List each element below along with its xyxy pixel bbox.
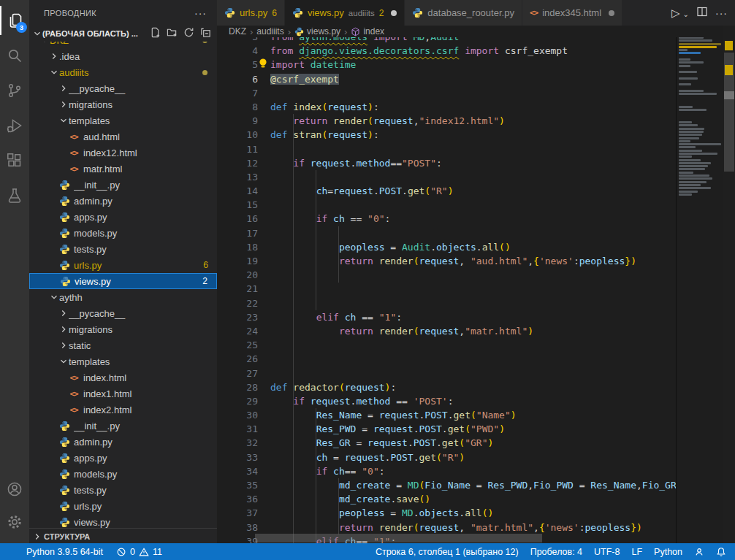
tree-item-index1.html[interactable]: <>index1.html	[29, 386, 217, 402]
line-number[interactable]: 37	[217, 506, 258, 520]
line-number[interactable]: 32	[217, 436, 258, 450]
line-number[interactable]: 38	[217, 521, 258, 534]
code-line-13[interactable]: 13	[217, 170, 676, 184]
code-line-36[interactable]: 36 md_create.save()	[217, 492, 676, 506]
line-number[interactable]: 12	[217, 156, 258, 170]
tree-item-__pycache__[interactable]: __pycache__	[29, 305, 217, 321]
breadcrumb-audiiits[interactable]: audiiits	[256, 26, 283, 37]
line-number[interactable]: 30	[217, 408, 258, 422]
code-line-38[interactable]: 38 return render(request, "matr.html",{'…	[217, 521, 676, 534]
line-number[interactable]: 34	[217, 464, 258, 478]
refresh-icon[interactable]	[183, 27, 194, 41]
line-number[interactable]: 27	[217, 367, 258, 380]
tree-item-tests.py[interactable]: tests.py	[29, 482, 217, 498]
line-number[interactable]: 17	[217, 226, 258, 240]
modified-dot[interactable]	[609, 10, 614, 16]
code-line-21[interactable]: 21	[217, 282, 676, 296]
code-line-34[interactable]: 34 if ch== "0":	[217, 464, 676, 478]
tree-item-apps.py[interactable]: apps.py	[29, 209, 217, 225]
code-line-17[interactable]: 17	[217, 226, 676, 240]
line-number[interactable]: 9	[217, 114, 258, 128]
line-number[interactable]: 36	[217, 492, 258, 506]
tree-item-index2.html[interactable]: <>index2.html	[29, 402, 217, 418]
tree-item-apps.py[interactable]: apps.py	[29, 450, 217, 466]
code-line-18[interactable]: 18 peopless = Audit.objects.all()	[217, 240, 676, 254]
code-line-27[interactable]: 27	[217, 367, 676, 380]
line-number[interactable]: 21	[217, 282, 258, 296]
status-language[interactable]: Python	[654, 547, 682, 557]
activity-extensions[interactable]	[0, 146, 29, 175]
code-line-20[interactable]: 20	[217, 268, 676, 282]
code-line-32[interactable]: 32 Res_GR = request.POST.get("GR")	[217, 436, 676, 450]
status-eol[interactable]: LF	[631, 547, 642, 557]
tree-item-__pycache__[interactable]: __pycache__	[29, 80, 217, 96]
tree-item-views.py[interactable]: views.py2	[29, 273, 217, 289]
line-number[interactable]: 31	[217, 422, 258, 436]
workspace-section-header[interactable]: (РАБОЧАЯ ОБЛАСТЬ) ...	[29, 26, 217, 42]
horizontal-scrollbar-thumb[interactable]	[255, 534, 542, 542]
line-number[interactable]: 4	[217, 44, 258, 58]
activity-explorer[interactable]: 3	[0, 6, 29, 35]
tree-item-templates[interactable]: templates	[29, 112, 217, 129]
tree-item-DKZ[interactable]: DKZ	[29, 42, 217, 48]
tree-item-__init__.py[interactable]: __init__.py	[29, 418, 217, 434]
line-number[interactable]: 11	[217, 142, 258, 156]
tree-item-tests.py[interactable]: tests.py	[29, 241, 217, 257]
line-number[interactable]: 26	[217, 352, 258, 366]
tab-views.py[interactable]: views.pyaudiiits2	[285, 0, 405, 26]
code-line-9[interactable]: 9 return render(request,"index12.html")	[217, 114, 676, 128]
breadcrumb-DKZ[interactable]: DKZ	[229, 26, 246, 37]
line-number[interactable]: 18	[217, 240, 258, 254]
code-line-12[interactable]: 12 if request.method=="POST":	[217, 156, 676, 170]
code-line-4[interactable]: 4from django.views.decorators.csrf impor…	[217, 44, 676, 58]
tree-item-templates[interactable]: templates	[29, 353, 217, 369]
line-number[interactable]: 35	[217, 478, 258, 492]
activity-run-debug[interactable]	[0, 111, 29, 140]
line-number[interactable]: 16	[217, 212, 258, 226]
tree-item-models.py[interactable]: models.py	[29, 225, 217, 241]
run-dropdown-button[interactable]: ⌄	[688, 7, 689, 20]
tree-item-index12.html[interactable]: <>index12.html	[29, 145, 217, 161]
code-line-25[interactable]: 25	[217, 338, 676, 352]
code-line-15[interactable]: 15	[217, 198, 676, 212]
structure-section-header[interactable]: СТРУКТУРА	[29, 528, 217, 543]
code-line-28[interactable]: 28def redactor(request):	[217, 380, 676, 394]
split-editor-button[interactable]	[696, 6, 708, 20]
line-number[interactable]: 5	[217, 58, 258, 72]
line-number[interactable]: 24	[217, 324, 258, 338]
tree-item-index.html[interactable]: <>index.html	[29, 369, 217, 386]
status-problems[interactable]: 0 11	[116, 547, 162, 557]
more-actions-button[interactable]: ···	[715, 7, 728, 20]
status-feedback[interactable]	[694, 547, 704, 557]
code-line-16[interactable]: 16 if ch == "0":	[217, 212, 676, 226]
status-python-version[interactable]: Python 3.9.5 64-bit	[26, 547, 103, 557]
tree-item-admin.py[interactable]: admin.py	[29, 434, 217, 450]
code-line-23[interactable]: 23 elif ch == "1":	[217, 310, 676, 324]
code-line-6[interactable]: 6@csrf_exempt	[217, 72, 676, 86]
collapse-all-icon[interactable]	[200, 27, 211, 41]
line-number[interactable]: 8	[217, 100, 258, 114]
tree-item-audiiits[interactable]: audiiits	[29, 64, 217, 80]
tree-item-views.py[interactable]: views.py	[29, 514, 217, 528]
tab-urls.py[interactable]: urls.py6	[217, 0, 285, 26]
line-number[interactable]: 39	[217, 534, 258, 543]
line-number[interactable]: 33	[217, 450, 258, 464]
tree-item-__init__.py[interactable]: __init__.py	[29, 177, 217, 193]
code-line-31[interactable]: 31 Res_PWD = request.POST.get("PWD")	[217, 422, 676, 436]
status-notifications[interactable]	[716, 547, 726, 557]
line-number[interactable]: 28	[217, 380, 258, 394]
line-number[interactable]: 22	[217, 296, 258, 310]
line-number[interactable]: 7	[217, 86, 258, 100]
line-number[interactable]: 19	[217, 254, 258, 268]
code-line-26[interactable]: 26	[217, 352, 676, 366]
breadcrumb-index[interactable]: index	[351, 26, 384, 37]
code-editor[interactable]: 3from aythh.models import MD,Audit4from …	[217, 26, 676, 543]
tab-index345.html[interactable]: <>index345.html	[522, 0, 622, 26]
tree-item-urls.py[interactable]: urls.py6	[29, 257, 217, 273]
activity-testing[interactable]	[0, 181, 29, 210]
tree-item-models.py[interactable]: models.py	[29, 466, 217, 482]
status-encoding[interactable]: UTF-8	[594, 547, 620, 557]
code-line-24[interactable]: 24 return render(request,"matr.html")	[217, 324, 676, 338]
activity-settings[interactable]	[0, 507, 29, 537]
tree-item-migrations[interactable]: migrations	[29, 96, 217, 112]
